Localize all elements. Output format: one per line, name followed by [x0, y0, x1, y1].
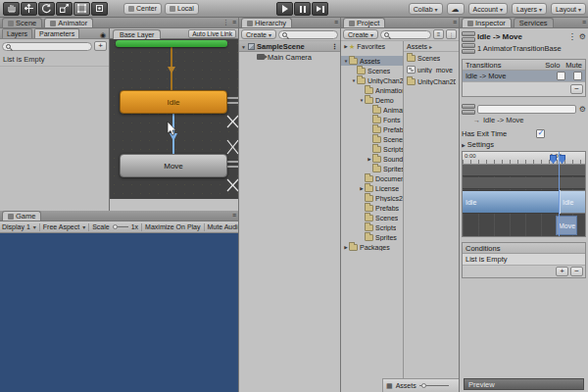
project-tree-item[interactable]: Sprites	[341, 164, 403, 173]
project-tree-item[interactable]: Scenes	[341, 213, 403, 222]
collab-button[interactable]: Collab	[409, 3, 443, 15]
tab-services[interactable]: Services	[514, 18, 554, 27]
timeline-playhead[interactable]	[559, 152, 560, 236]
transform-tool-button[interactable]	[91, 2, 108, 16]
project-tree-item[interactable]: Favorites	[341, 41, 403, 51]
slider-knob[interactable]	[421, 383, 426, 388]
transition-end-handle[interactable]	[559, 155, 565, 164]
project-tree-item[interactable]: License	[341, 183, 403, 193]
scale-slider-knob[interactable]	[113, 224, 118, 229]
project-tree-item[interactable]: Scripts	[341, 222, 403, 232]
add-condition-button[interactable]: +	[556, 267, 568, 276]
timeline-ruler[interactable]: 0:00 1:00	[463, 152, 585, 165]
project-tree-item[interactable]: Demo	[341, 95, 403, 105]
scene-options[interactable]	[331, 43, 338, 51]
hierarchy-item[interactable]: Main Camera	[239, 52, 340, 62]
foldout-arrow[interactable]	[241, 42, 246, 51]
project-tree-item[interactable]: Scenes	[341, 134, 403, 144]
breadcrumb-base-layer[interactable]: Base Layer	[113, 29, 161, 39]
step-button[interactable]	[312, 2, 328, 16]
asset-list-item[interactable]: unity_move	[404, 64, 459, 75]
transition-timeline[interactable]: 0:00 1:00 Idle Idle Move	[462, 151, 586, 237]
project-tree-item[interactable]: Prefabs	[341, 203, 403, 213]
tab-scene[interactable]: Scene	[2, 18, 42, 27]
project-tree-item[interactable]: UnityChan2D	[341, 75, 403, 85]
idle-clip-band-end[interactable]: Idle	[560, 190, 585, 214]
rotate-tool-button[interactable]	[38, 2, 55, 16]
auto-live-link-button[interactable]: Auto Live Link	[188, 29, 236, 38]
account-button[interactable]: Account	[468, 3, 508, 15]
tab-parameters[interactable]: Parameters	[34, 28, 79, 38]
tab-animator[interactable]: Animator	[44, 18, 93, 27]
preview-bar[interactable]: Preview	[464, 378, 584, 390]
pause-button[interactable]	[294, 2, 311, 16]
parameters-search[interactable]	[2, 42, 92, 51]
add-parameter-button[interactable]: +	[94, 41, 107, 51]
panel-menu[interactable]	[453, 19, 457, 25]
project-tree-item[interactable]: Prefabs	[341, 124, 403, 134]
project-tree-item[interactable]: Animations	[341, 85, 403, 95]
aspect-selector[interactable]: Free Aspect	[43, 223, 79, 230]
gear-icon[interactable]	[579, 32, 586, 41]
project-search[interactable]	[380, 30, 431, 39]
project-tree-item[interactable]: Sounds	[341, 154, 403, 164]
tab-layers[interactable]: Layers	[2, 28, 32, 38]
tab-game[interactable]: Game	[2, 211, 41, 220]
game-viewport[interactable]	[0, 233, 238, 392]
search-by-type-button[interactable]	[433, 29, 444, 39]
project-tree-item[interactable]: Documents	[341, 173, 403, 183]
asset-list-item[interactable]: Scenes	[404, 52, 459, 64]
asset-path-breadcrumb[interactable]: Assets	[404, 41, 459, 52]
hierarchy-search[interactable]	[278, 30, 338, 39]
solo-checkbox[interactable]	[557, 72, 565, 80]
panel-menu[interactable]	[334, 19, 338, 25]
project-tree-item[interactable]: Animations	[341, 105, 403, 115]
project-tree-item[interactable]: Scripts	[341, 144, 403, 154]
scale-slider[interactable]	[113, 226, 128, 227]
asset-list-item[interactable]: UnityChan2D	[404, 75, 459, 87]
gear-icon[interactable]	[579, 105, 586, 114]
project-tree-item[interactable]: Assets	[341, 56, 403, 66]
has-exit-time-checkbox[interactable]	[536, 129, 545, 138]
panel-menu[interactable]	[222, 19, 236, 26]
project-tree-item[interactable]: Fonts	[341, 115, 403, 124]
transition-name-field[interactable]	[477, 105, 576, 114]
state-node-idle[interactable]: Idle	[120, 90, 227, 114]
display-selector[interactable]: Display 1	[2, 223, 30, 230]
layout-button[interactable]: Layout	[551, 3, 586, 15]
scene-header-row[interactable]: SampleScene	[239, 41, 340, 52]
thumbnail-size-slider[interactable]	[419, 385, 449, 386]
pivot-button[interactable]: Center	[123, 3, 162, 15]
layers-button[interactable]: Layers	[512, 3, 547, 15]
project-tree-item[interactable]: Packages	[341, 242, 403, 252]
project-tree-item[interactable]: Physics2D	[341, 193, 403, 203]
project-tree-item[interactable]: Sprites	[341, 232, 403, 242]
remove-transition-button[interactable]: −	[570, 84, 583, 94]
eye-icon[interactable]	[100, 30, 106, 39]
dots-menu-icon[interactable]	[568, 32, 576, 41]
transition-list-item[interactable]: Idle -> Move	[463, 71, 585, 82]
search-by-label-button[interactable]	[446, 29, 457, 39]
move-tool-button[interactable]	[21, 2, 37, 16]
mute-audio-toggle[interactable]: Mute Audio	[208, 223, 238, 230]
state-node-move[interactable]: Move	[120, 154, 227, 177]
parameters-search-input[interactable]	[13, 42, 88, 50]
project-tree-item[interactable]: Scenes	[341, 66, 403, 75]
tab-project[interactable]: Project	[343, 18, 385, 27]
transition-start-handle[interactable]	[550, 155, 557, 164]
remove-condition-button[interactable]: −	[570, 267, 583, 276]
hand-tool-button[interactable]	[3, 2, 20, 16]
tab-hierarchy[interactable]: Hierarchy	[241, 18, 292, 27]
state-machine-canvas[interactable]: Idle Move unity_move.controller	[110, 39, 238, 199]
project-search-input[interactable]	[391, 30, 427, 38]
create-button[interactable]: Create	[343, 29, 378, 39]
maximize-on-play-toggle[interactable]: Maximize On Play	[145, 223, 200, 230]
panel-menu[interactable]	[232, 212, 236, 219]
hierarchy-search-input[interactable]	[289, 30, 334, 38]
panel-menu[interactable]	[582, 19, 586, 25]
rect-tool-button[interactable]	[74, 2, 90, 16]
scale-tool-button[interactable]	[56, 2, 73, 16]
mute-checkbox[interactable]	[573, 72, 582, 80]
entry-state-node[interactable]	[116, 40, 227, 47]
cloud-button[interactable]	[447, 3, 465, 15]
